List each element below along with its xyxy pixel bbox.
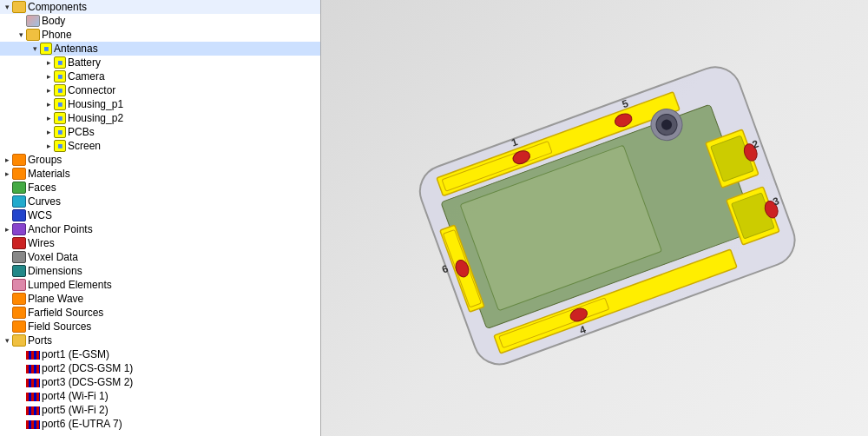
tree-item-port2[interactable]: port2 (DCS-GSM 1)	[0, 361, 320, 375]
expand-toggle-components[interactable]: ▾	[2, 3, 12, 11]
yellow-box-icon	[54, 98, 66, 110]
red-icon	[12, 237, 26, 249]
tree-item-screen[interactable]: ▸Screen	[0, 139, 320, 153]
folder-icon	[12, 334, 26, 347]
folder-icon	[26, 29, 40, 41]
orange-icon	[12, 154, 26, 166]
tree-item-materials[interactable]: ▸Materials	[0, 167, 320, 181]
tree-item-pcbs[interactable]: ▸PCBs	[0, 125, 320, 139]
tree-item-body[interactable]: Body	[0, 14, 320, 28]
tree-label-faces: Faces	[28, 182, 56, 194]
blue-icon	[12, 209, 26, 221]
tree-item-port4[interactable]: port4 (Wi-Fi 1)	[0, 389, 320, 403]
purple-icon	[12, 223, 26, 235]
orange-icon	[12, 307, 26, 319]
viewport-panel[interactable]: 1 5 2 3 4 6	[321, 0, 868, 436]
port-icon	[26, 420, 40, 429]
tree-item-battery[interactable]: ▸Battery	[0, 56, 320, 69]
component-icon	[26, 15, 40, 27]
tree-label-wires: Wires	[28, 237, 55, 249]
tree-label-port3: port3 (DCS-GSM 2)	[42, 376, 133, 388]
tree-label-antennas: Antennas	[54, 43, 98, 55]
tree-label-dimensions: Dimensions	[28, 265, 82, 277]
tree-label-components: Components	[28, 1, 87, 13]
cyan-icon	[12, 195, 26, 208]
tree-item-antennas[interactable]: ▾Antennas	[0, 42, 320, 56]
expand-toggle-connector[interactable]: ▸	[43, 86, 54, 95]
component-tree: ▾Components Body▾Phone▾Antennas▸Battery▸…	[0, 0, 320, 431]
tree-item-components[interactable]: ▾Components	[0, 0, 320, 14]
tree-item-housing_p2[interactable]: ▸Housing_p2	[0, 111, 320, 125]
tree-item-curves[interactable]: Curves	[0, 195, 320, 208]
port-icon	[26, 351, 40, 360]
tree-label-ports: Ports	[28, 334, 52, 347]
tree-item-port6[interactable]: port6 (E-UTRA 7)	[0, 417, 320, 431]
expand-toggle-materials[interactable]: ▸	[2, 169, 12, 178]
expand-toggle-pcbs[interactable]: ▸	[43, 128, 54, 136]
tree-label-housing_p2: Housing_p2	[68, 112, 123, 124]
tree-item-port3[interactable]: port3 (DCS-GSM 2)	[0, 375, 320, 389]
folder-icon	[12, 1, 26, 13]
expand-toggle-camera[interactable]: ▸	[43, 72, 54, 81]
tree-item-anchor_points[interactable]: ▸Anchor Points	[0, 222, 320, 236]
tree-label-lumped_elements: Lumped Elements	[28, 279, 112, 291]
tree-label-groups: Groups	[28, 154, 62, 166]
orange-icon	[12, 168, 26, 180]
expand-toggle-housing_p2[interactable]: ▸	[43, 114, 54, 122]
tree-label-farfield_sources: Farfield Sources	[28, 307, 103, 319]
tree-item-port5[interactable]: port5 (Wi-Fi 2)	[0, 403, 320, 417]
yellow-box-icon	[54, 140, 66, 152]
tree-label-connector: Connector	[68, 84, 115, 96]
tree-label-plane_wave: Plane Wave	[28, 293, 83, 305]
orange-icon	[12, 293, 26, 305]
yellow-box-icon	[54, 84, 66, 96]
tree-label-housing_p1: Housing_p1	[68, 98, 123, 110]
tree-item-voxel_data[interactable]: Voxel Data	[0, 250, 320, 264]
tree-label-screen: Screen	[68, 140, 101, 152]
tree-item-faces[interactable]: Faces	[0, 181, 320, 195]
tree-item-field_sources[interactable]: Field Sources	[0, 320, 320, 334]
pink-icon	[12, 279, 26, 291]
tree-label-voxel_data: Voxel Data	[28, 251, 78, 263]
yellow-box-icon	[54, 112, 66, 124]
tree-item-wires[interactable]: Wires	[0, 236, 320, 250]
yellow-box-icon	[40, 43, 52, 55]
port-icon	[26, 406, 40, 415]
tree-label-pcbs: PCBs	[68, 126, 95, 138]
port-icon	[26, 379, 40, 387]
teal-icon	[12, 265, 26, 277]
tree-item-dimensions[interactable]: Dimensions	[0, 264, 320, 278]
orange-icon	[12, 320, 26, 333]
expand-toggle-ports[interactable]: ▾	[2, 336, 12, 345]
tree-item-ports[interactable]: ▾Ports	[0, 334, 320, 347]
tree-item-farfield_sources[interactable]: Farfield Sources	[0, 306, 320, 320]
yellow-box-icon	[54, 126, 66, 138]
tree-item-port1[interactable]: port1 (E-GSM)	[0, 347, 320, 361]
port-icon	[26, 393, 40, 401]
tree-item-housing_p1[interactable]: ▸Housing_p1	[0, 97, 320, 111]
tree-label-port6: port6 (E-UTRA 7)	[42, 418, 122, 430]
yellow-box-icon	[54, 56, 66, 69]
tree-item-plane_wave[interactable]: Plane Wave	[0, 292, 320, 306]
tree-label-body: Body	[42, 15, 65, 27]
tree-label-port4: port4 (Wi-Fi 1)	[42, 390, 108, 402]
expand-toggle-screen[interactable]: ▸	[43, 142, 54, 150]
tree-label-camera: Camera	[68, 70, 105, 83]
expand-toggle-anchor_points[interactable]: ▸	[2, 225, 12, 234]
expand-toggle-battery[interactable]: ▸	[43, 58, 54, 67]
tree-item-connector[interactable]: ▸Connector	[0, 83, 320, 97]
tree-item-lumped_elements[interactable]: Lumped Elements	[0, 278, 320, 292]
expand-toggle-housing_p1[interactable]: ▸	[43, 100, 54, 109]
tree-panel[interactable]: ▾Components Body▾Phone▾Antennas▸Battery▸…	[0, 0, 321, 436]
tree-item-phone[interactable]: ▾Phone	[0, 28, 320, 42]
yellow-box-icon	[54, 70, 66, 83]
tree-label-wcs: WCS	[28, 209, 52, 221]
expand-toggle-antennas[interactable]: ▾	[30, 44, 40, 53]
expand-toggle-phone[interactable]: ▾	[16, 30, 26, 39]
tree-item-groups[interactable]: ▸Groups	[0, 153, 320, 167]
tree-label-port1: port1 (E-GSM)	[42, 348, 109, 360]
tree-item-camera[interactable]: ▸Camera	[0, 69, 320, 83]
expand-toggle-groups[interactable]: ▸	[2, 155, 12, 164]
tree-label-anchor_points: Anchor Points	[28, 223, 93, 235]
tree-item-wcs[interactable]: WCS	[0, 208, 320, 222]
